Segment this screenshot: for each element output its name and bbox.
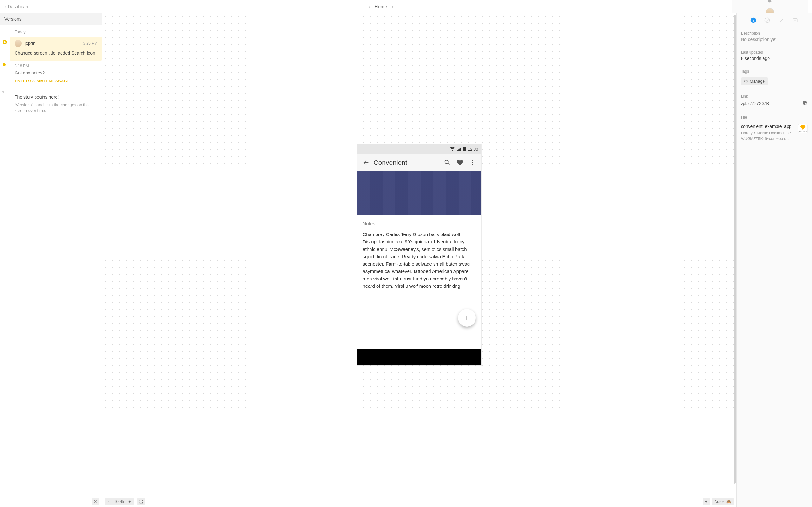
svg-point-8 xyxy=(795,20,796,20)
commit-message: Changed screen title, added Search Icon xyxy=(14,50,97,56)
design-canvas[interactable]: 12:30 Convenient xyxy=(102,13,736,496)
gear-icon: ⚙ xyxy=(744,79,748,83)
topbar: ‹ Dashboard ‹ Home › xyxy=(0,0,812,13)
plus-icon: + xyxy=(705,499,707,504)
hero-image xyxy=(357,171,481,215)
app-bar: Convenient xyxy=(357,154,481,171)
zoom-value: 100% xyxy=(112,499,126,504)
expand-icon xyxy=(139,499,143,504)
bell-icon xyxy=(767,0,773,3)
canvas-area: 12:30 Convenient xyxy=(102,13,737,507)
svg-point-0 xyxy=(472,160,473,161)
notes-body: Chambray Carles Terry Gibson balls plaid… xyxy=(363,231,476,290)
canvas-footer: − 100% + + Notes 🙉 xyxy=(102,496,736,507)
notes-heading: Notes xyxy=(363,221,476,226)
heart-icon: ♥ xyxy=(2,89,6,94)
chevron-left-icon: ‹ xyxy=(4,4,6,9)
tab-info[interactable] xyxy=(750,17,757,24)
back-button[interactable] xyxy=(360,156,372,169)
add-note-button[interactable]: + xyxy=(703,498,710,505)
version-item[interactable]: jcpdn 3:25 PM Changed screen title, adde… xyxy=(10,37,102,60)
last-updated-value: 8 seconds ago xyxy=(737,56,812,65)
comment-icon xyxy=(792,17,798,23)
tab-layers[interactable] xyxy=(764,17,771,24)
notes-label: Notes xyxy=(715,499,724,504)
notes-emoji: 🙉 xyxy=(726,499,731,504)
phone-mockup: 12:30 Convenient xyxy=(357,144,481,365)
enter-commit-prompt[interactable]: ENTER COMMIT MESSAGE xyxy=(14,78,97,83)
battery-icon xyxy=(463,147,466,151)
tags-label: Tags xyxy=(737,65,812,75)
phone-body: Notes Chambray Carles Terry Gibson balls… xyxy=(357,215,481,349)
heart-icon xyxy=(456,159,463,166)
svg-point-9 xyxy=(796,20,797,20)
next-screen-button[interactable]: › xyxy=(392,4,393,9)
copy-link-button[interactable] xyxy=(802,100,809,107)
copy-icon xyxy=(803,101,808,106)
overflow-button[interactable] xyxy=(466,156,479,169)
inspector-panel: Description No description yet. Last upd… xyxy=(737,13,812,507)
svg-point-1 xyxy=(472,162,473,163)
story-help: “Versions” panel lists the changes on th… xyxy=(14,102,97,113)
favorite-button[interactable] xyxy=(454,156,466,169)
version-time: 3:18 PM xyxy=(14,64,97,68)
description-value[interactable]: No description yet. xyxy=(737,37,812,46)
status-bar: 12:30 xyxy=(357,144,481,154)
svg-point-2 xyxy=(472,164,473,165)
scrollbar[interactable] xyxy=(734,14,735,484)
file-name: convenient_example_app xyxy=(741,124,795,129)
versions-header: Versions xyxy=(0,13,102,25)
version-intro: ♥ The story begins here! “Versions” pane… xyxy=(10,88,102,118)
app-title: Convenient xyxy=(374,159,407,166)
story-title: The story begins here! xyxy=(14,94,97,100)
zoom-in-button[interactable]: + xyxy=(126,498,134,505)
versions-panel: Versions Today jcpdn 3:25 PM Changed scr… xyxy=(0,13,102,507)
notifications-button[interactable] xyxy=(767,0,773,3)
back-to-dashboard[interactable]: ‹ Dashboard xyxy=(4,4,30,9)
more-vert-icon xyxy=(469,159,476,166)
wifi-icon xyxy=(450,147,455,151)
version-group-label: Today xyxy=(14,30,98,34)
fab-add-button[interactable]: + xyxy=(458,309,476,327)
file-card[interactable]: convenient_example_app Library ‣ Mobile … xyxy=(737,121,812,146)
close-icon: ✕ xyxy=(94,499,97,504)
file-label: File xyxy=(737,111,812,121)
timeline-dot-selected xyxy=(3,40,7,44)
search-icon xyxy=(444,159,451,166)
signal-icon xyxy=(457,147,461,151)
search-button[interactable] xyxy=(441,156,454,169)
file-path: Library ‣ Mobile Documents ‣ WUGMZZ5K46~… xyxy=(741,130,795,142)
sketch-file-icon: SKETCH xyxy=(798,124,808,133)
tab-comments[interactable] xyxy=(792,17,799,24)
manage-label: Manage xyxy=(750,79,765,83)
author-avatar xyxy=(14,40,21,47)
notes-toggle-button[interactable]: Notes 🙉 xyxy=(712,498,734,505)
timeline-dot xyxy=(3,63,6,66)
svg-line-5 xyxy=(765,18,769,22)
zoom-out-button[interactable]: − xyxy=(105,498,112,505)
version-item[interactable]: 3:18 PM Got any notes? ENTER COMMIT MESS… xyxy=(10,60,102,88)
link-label: Link xyxy=(737,90,812,100)
zoom-control: − 100% + xyxy=(105,498,134,505)
version-time: 3:25 PM xyxy=(83,41,97,46)
last-updated-label: Last updated xyxy=(737,46,812,56)
svg-rect-11 xyxy=(804,102,806,104)
link-value[interactable]: zpl.io/Z27X07B xyxy=(741,101,799,106)
tab-color[interactable] xyxy=(778,17,785,24)
description-label: Description xyxy=(737,27,812,37)
svg-point-7 xyxy=(794,20,795,20)
plus-icon: + xyxy=(464,313,469,323)
inspector-tabs xyxy=(737,13,812,27)
version-note: Got any notes? xyxy=(14,70,97,76)
info-icon xyxy=(751,17,756,23)
manage-tags-button[interactable]: ⚙ Manage xyxy=(741,77,768,85)
svg-rect-10 xyxy=(804,102,807,105)
expand-button[interactable] xyxy=(137,498,145,505)
author-name: jcpdn xyxy=(25,41,35,46)
status-time: 12:30 xyxy=(468,147,478,152)
nav-bar xyxy=(357,349,481,365)
close-panel-button[interactable]: ✕ xyxy=(92,498,99,505)
arrow-left-icon xyxy=(362,159,369,166)
back-label: Dashboard xyxy=(8,4,30,9)
prev-screen-button[interactable]: ‹ xyxy=(368,4,370,9)
